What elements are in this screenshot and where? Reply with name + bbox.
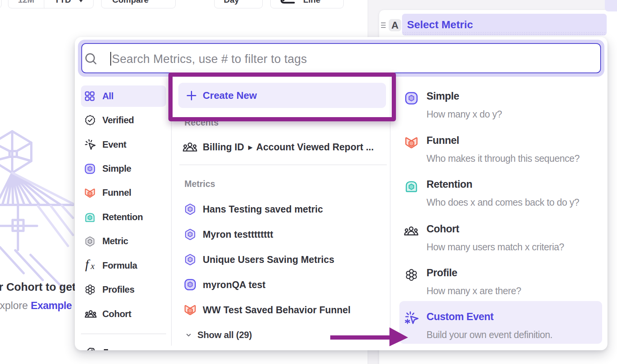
svg-text:f: f bbox=[85, 259, 90, 271]
svg-text:x: x bbox=[90, 261, 95, 271]
